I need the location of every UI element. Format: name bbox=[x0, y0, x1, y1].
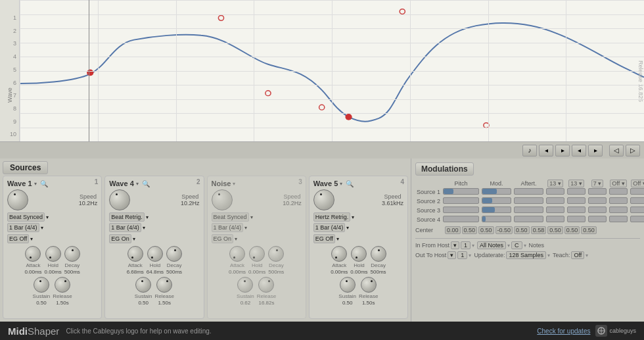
help-text: Click the Cableguys logo for help on wav… bbox=[66, 328, 211, 335]
hold-knob-4[interactable] bbox=[351, 246, 367, 262]
playhead bbox=[89, 0, 89, 141]
decay-knob-1[interactable] bbox=[64, 246, 80, 262]
notes-label: Notes bbox=[529, 242, 545, 249]
source-module-3: 3 Noise ▾ Speed10.2Hz Beat Synced ▾ 1 Ba… bbox=[207, 176, 306, 319]
speed-value-1: 10.2Hz bbox=[79, 200, 98, 206]
status-bar: MidiShaper Click the Cableguys logo for … bbox=[0, 322, 644, 340]
beat-synced-3[interactable]: Beat Synced bbox=[212, 212, 249, 222]
speed-value-2: 10.2Hz bbox=[181, 200, 200, 206]
svg-point-1 bbox=[400, 9, 405, 14]
beat-synced-4[interactable]: Hertz Retrig. bbox=[313, 212, 351, 222]
speed-label-4: Speed bbox=[384, 193, 401, 200]
speed-label-3: Speed bbox=[283, 193, 300, 200]
in-key-dropdown[interactable]: C bbox=[511, 241, 522, 249]
toolbar-next2-btn[interactable]: ▸ bbox=[588, 145, 603, 157]
decay-knob-3[interactable] bbox=[268, 246, 284, 262]
center-label: Center bbox=[415, 227, 443, 233]
source-name-3: Noise bbox=[212, 180, 231, 187]
hold-knob-1[interactable] bbox=[45, 246, 61, 262]
out-from-host-dropdown[interactable]: ▾ bbox=[448, 251, 456, 259]
mod-row: Source 4 bbox=[415, 215, 644, 224]
toolbar-left-btn[interactable]: ◁ bbox=[609, 145, 624, 157]
release-knob-4[interactable] bbox=[361, 277, 377, 293]
beat-synced-2[interactable]: Beat Retrig. bbox=[109, 212, 145, 222]
all-notes-group: All Notes ▾ C ▾ bbox=[477, 241, 526, 249]
source-top-knob-3[interactable] bbox=[212, 189, 233, 210]
mod-row: Source 1 bbox=[415, 187, 644, 197]
source-name-dropdown-2[interactable]: ▾ bbox=[136, 181, 139, 187]
in-channel-dropdown[interactable]: 1 bbox=[461, 241, 471, 249]
modulations-panel: Modulations Pitch Mod. Aftert. 13 ▾ 13 ▾ bbox=[411, 158, 644, 322]
time-sig-3[interactable]: 1 Bar (4/4) bbox=[212, 223, 244, 232]
sustain-knob-2[interactable] bbox=[135, 277, 151, 293]
search-icon-2[interactable]: 🔍 bbox=[142, 180, 150, 187]
release-knob-2[interactable] bbox=[156, 277, 172, 293]
attack-knob-1[interactable] bbox=[25, 246, 41, 262]
teach-group: Teach: Off ▾ bbox=[553, 251, 588, 259]
center-row: Center 0.000.500.50-0.500.500.580.500.50… bbox=[415, 226, 640, 234]
attack-knob-3[interactable] bbox=[229, 246, 245, 262]
svg-point-5 bbox=[319, 105, 325, 110]
source-top-knob-1[interactable] bbox=[7, 189, 28, 210]
teach-dropdown[interactable]: Off bbox=[571, 251, 584, 259]
attack-knob-4[interactable] bbox=[331, 246, 347, 262]
eg-3[interactable]: EG On bbox=[212, 234, 234, 243]
wave-canvas[interactable]: Release 16.825 bbox=[20, 0, 644, 141]
toolbar-next-btn[interactable]: ▸ bbox=[555, 145, 570, 157]
teach-label: Teach: bbox=[553, 252, 570, 258]
source-top-knob-4[interactable] bbox=[313, 189, 334, 210]
hold-knob-2[interactable] bbox=[147, 246, 163, 262]
source-name-dropdown-4[interactable]: ▾ bbox=[340, 181, 342, 187]
notes-label-group: Notes bbox=[529, 242, 545, 249]
source-name-dropdown-1[interactable]: ▾ bbox=[34, 181, 37, 187]
app-logo[interactable]: MidiShaper bbox=[8, 326, 59, 337]
toolbar-music-btn[interactable]: ♪ bbox=[522, 145, 537, 157]
sources-panel-label: Sources bbox=[3, 161, 48, 174]
check-updates-link[interactable]: Check for updates bbox=[537, 328, 590, 335]
time-sig-4[interactable]: 1 Bar (4/4) bbox=[313, 223, 346, 232]
release-knob-1[interactable] bbox=[55, 277, 70, 293]
eg-2[interactable]: EG On bbox=[109, 234, 131, 243]
release-knob-3[interactable] bbox=[258, 277, 274, 293]
wave-y-label: Wave bbox=[0, 82, 19, 109]
in-from-host-group: In From Host ▾ 1 ▾ bbox=[415, 241, 474, 249]
attack-knob-2[interactable] bbox=[127, 246, 143, 262]
source-module-2: 2 Wave 4 ▾ 🔍 Speed10.2Hz Beat Retrig. ▾ … bbox=[104, 176, 204, 319]
beat-synced-1[interactable]: Beat Synced bbox=[7, 212, 45, 222]
decay-knob-4[interactable] bbox=[371, 246, 386, 262]
y-axis: 12345678910 Wave bbox=[0, 0, 20, 141]
toolbar-right-btn[interactable]: ▷ bbox=[626, 145, 640, 157]
svg-point-0 bbox=[218, 15, 223, 20]
search-icon-4[interactable]: 🔍 bbox=[346, 180, 354, 187]
updaterate-group: Updaterate: 128 Samples ▾ bbox=[474, 251, 550, 259]
all-notes-dropdown[interactable]: All Notes bbox=[477, 241, 506, 249]
out-channel-dropdown[interactable]: 1 bbox=[457, 251, 467, 259]
sustain-knob-4[interactable] bbox=[340, 277, 356, 293]
time-sig-2[interactable]: 1 Bar (4/4) bbox=[109, 223, 141, 232]
source-name-4: Wave 5 bbox=[313, 180, 338, 187]
eg-1[interactable]: EG Off bbox=[7, 234, 29, 243]
sustain-knob-3[interactable] bbox=[237, 277, 253, 293]
toolbar-prev-btn[interactable]: ◂ bbox=[539, 145, 553, 157]
eg-4[interactable]: EG Off bbox=[313, 234, 335, 243]
toolbar-prev2-btn[interactable]: ◂ bbox=[572, 145, 586, 157]
search-icon-1[interactable]: 🔍 bbox=[40, 180, 48, 187]
updaterate-dropdown[interactable]: 128 Samples bbox=[506, 251, 546, 259]
source-name-2: Wave 4 bbox=[109, 180, 134, 187]
time-sig-1[interactable]: 1 Bar (4/4) bbox=[7, 223, 39, 232]
sustain-knob-1[interactable] bbox=[34, 277, 49, 293]
speed-label-2: Speed bbox=[181, 193, 198, 200]
hold-knob-3[interactable] bbox=[249, 246, 265, 262]
wave-toolbar: ♪ ◂ ▸ ◂ ▸ ◁ ▷ bbox=[0, 141, 644, 158]
speed-value-3: 10.2Hz bbox=[283, 200, 302, 206]
in-from-host-label: In From Host bbox=[415, 242, 449, 249]
mod-row: Source 2 bbox=[415, 197, 644, 206]
cableguys-logo[interactable]: cableguys bbox=[595, 325, 636, 337]
release-badge: Release 16.825 bbox=[637, 61, 644, 102]
modulations-table: Pitch Mod. Aftert. 13 ▾ 13 ▾ 7 ▾ bbox=[415, 180, 644, 224]
source-name-dropdown-3[interactable]: ▾ bbox=[233, 181, 235, 187]
decay-knob-2[interactable] bbox=[166, 246, 182, 262]
modulations-title: Modulations bbox=[415, 162, 474, 176]
in-from-host-dropdown[interactable]: ▾ bbox=[451, 241, 459, 249]
source-top-knob-2[interactable] bbox=[109, 189, 130, 210]
